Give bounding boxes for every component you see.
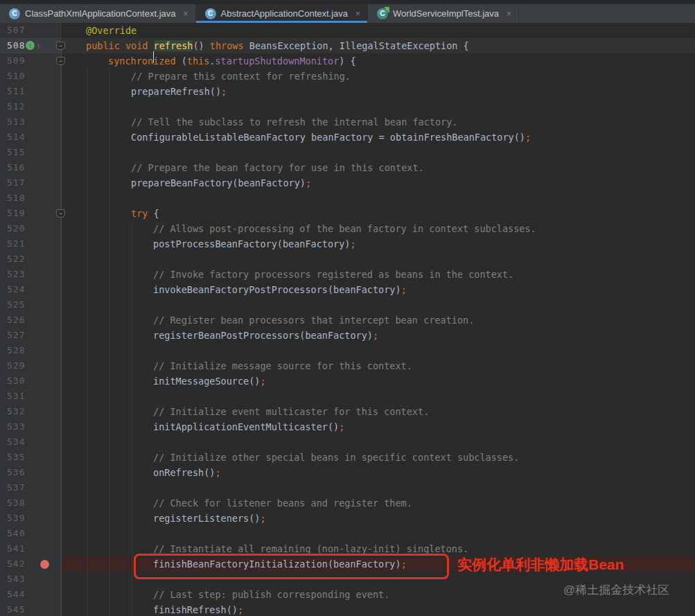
code-line-521: 521postProcessBeanFactory(beanFactory); [0, 236, 695, 252]
gutter-line-512[interactable]: 512 [0, 99, 61, 114]
code-text[interactable] [61, 434, 695, 450]
code-text[interactable] [61, 99, 695, 114]
gutter-line-528[interactable]: 528 [0, 343, 61, 358]
gutter-line-542[interactable]: 542 [0, 556, 61, 572]
code-text[interactable]: prepareBeanFactory(beanFactory); [61, 175, 695, 191]
code-text[interactable]: −synchronized (this.startupShutdownMonit… [61, 53, 695, 69]
fold-collapse-icon[interactable]: − [56, 209, 65, 218]
gutter-line-545[interactable]: 545 [0, 602, 61, 616]
gutter-line-531[interactable]: 531 [0, 389, 61, 404]
gutter-line-536[interactable]: 536 [0, 465, 61, 480]
gutter-line-519[interactable]: 519 [0, 206, 61, 221]
gutter-line-527[interactable]: 527 [0, 328, 61, 343]
close-tab-icon[interactable]: × [184, 10, 188, 18]
overrides-method-icon[interactable]: ↑ [26, 41, 35, 50]
code-text[interactable]: // Initialize message source for this co… [61, 358, 695, 373]
gutter-line-507[interactable]: 507 [0, 23, 61, 38]
code-token: invokeBeanFactoryPostProcessors(beanFact… [153, 284, 401, 295]
code-text[interactable]: finishRefresh(); [61, 602, 695, 616]
editor-tab-1[interactable]: CClassPathXmlApplicationContext.java× [0, 4, 196, 23]
gutter-line-530[interactable]: 530 [0, 373, 61, 389]
code-text[interactable]: onRefresh(); [61, 465, 695, 480]
code-text[interactable]: initApplicationEventMulticaster(); [61, 419, 695, 434]
code-text[interactable]: // Prepare this context for refreshing. [61, 69, 695, 84]
code-text[interactable]: ConfigurableListableBeanFactory beanFact… [61, 130, 695, 145]
code-text[interactable]: // Tell the subclass to refresh the inte… [61, 114, 695, 130]
code-text[interactable] [61, 526, 695, 541]
code-text[interactable] [61, 480, 695, 495]
gutter-line-526[interactable]: 526 [0, 313, 61, 328]
gutter-line-535[interactable]: 535 [0, 450, 61, 465]
code-token: // Initialize other special beans in spe… [153, 452, 519, 463]
gutter-line-515[interactable]: 515 [0, 145, 61, 160]
code-text[interactable]: −try { [61, 206, 695, 221]
code-text[interactable]: // Invoke factory processors registered … [61, 267, 695, 282]
gutter-line-514[interactable]: 514 [0, 130, 61, 145]
gutter-line-508[interactable]: 508↑↑ [0, 38, 61, 53]
code-text[interactable]: postProcessBeanFactory(beanFactory); [61, 236, 695, 252]
gutter-line-517[interactable]: 517 [0, 175, 61, 191]
annotation-note-text: 实例化单利非懒加载Bean [457, 556, 624, 574]
code-text[interactable]: invokeBeanFactoryPostProcessors(beanFact… [61, 282, 695, 297]
gutter-line-539[interactable]: 539 [0, 511, 61, 526]
code-text[interactable] [61, 252, 695, 267]
code-text[interactable] [61, 389, 695, 404]
code-token: synchronized [108, 55, 182, 67]
editor-tab-3[interactable]: CWorldServiceImplTest.java× [368, 4, 519, 23]
gutter-line-537[interactable]: 537 [0, 480, 61, 495]
close-tab-icon[interactable]: × [355, 10, 360, 18]
code-text[interactable]: // Initialize other special beans in spe… [61, 450, 695, 465]
fold-collapse-icon[interactable]: − [56, 42, 65, 50]
code-text[interactable]: @Override [61, 23, 695, 38]
gutter-line-540[interactable]: 540 [0, 526, 61, 541]
code-text[interactable]: // Initialize event multicaster for this… [61, 404, 695, 419]
code-text[interactable] [61, 297, 695, 313]
navigate-super-icon[interactable]: ↑ [36, 39, 41, 51]
code-editor: 507@Override508↑↑−public void refresh() … [0, 23, 695, 616]
code-line-535: 535// Initialize other special beans in … [0, 450, 695, 465]
gutter-line-524[interactable]: 524 [0, 282, 61, 297]
gutter-line-522[interactable]: 522 [0, 252, 61, 267]
gutter-line-523[interactable]: 523 [0, 267, 61, 282]
gutter-line-541[interactable]: 541 [0, 541, 61, 556]
gutter-line-529[interactable]: 529 [0, 358, 61, 373]
code-text[interactable]: −public void refresh() throws BeansExcep… [61, 38, 695, 53]
gutter-line-511[interactable]: 511 [0, 84, 61, 99]
code-text[interactable]: // Prepare the bean factory for use in t… [61, 160, 695, 175]
code-text[interactable]: // Check for listener beans and register… [61, 495, 695, 511]
code-line-510: 510// Prepare this context for refreshin… [0, 69, 695, 84]
gutter-line-510[interactable]: 510 [0, 69, 61, 84]
close-tab-icon[interactable]: × [507, 10, 511, 18]
breakpoint-icon[interactable] [40, 560, 49, 569]
code-token: // Check for listener beans and register… [153, 498, 412, 509]
gutter-line-543[interactable]: 543 [0, 572, 61, 587]
gutter-line-538[interactable]: 538 [0, 495, 61, 511]
gutter-line-544[interactable]: 544 [0, 587, 61, 602]
gutter-line-533[interactable]: 533 [0, 419, 61, 434]
gutter-line-521[interactable]: 521 [0, 236, 61, 252]
code-text[interactable] [61, 343, 695, 358]
code-text[interactable]: // Allows post-processing of the bean fa… [61, 221, 695, 236]
code-text[interactable] [61, 191, 695, 206]
code-text[interactable]: registerBeanPostProcessors(beanFactory); [61, 328, 695, 343]
code-text[interactable]: initMessageSource(); [61, 373, 695, 389]
code-text[interactable]: prepareRefresh(); [61, 84, 695, 99]
gutter-line-513[interactable]: 513 [0, 114, 61, 130]
code-text[interactable] [61, 145, 695, 160]
fold-collapse-icon[interactable]: − [56, 57, 65, 65]
gutter-line-532[interactable]: 532 [0, 404, 61, 419]
gutter-line-534[interactable]: 534 [0, 434, 61, 450]
line-number: 513 [7, 114, 25, 130]
indent-guide [109, 69, 109, 616]
gutter-line-525[interactable]: 525 [0, 297, 61, 313]
line-number: 512 [7, 99, 25, 114]
code-text[interactable]: // Register bean processors that interce… [61, 313, 695, 328]
gutter-line-516[interactable]: 516 [0, 160, 61, 175]
gutter-line-509[interactable]: 509 [0, 53, 61, 69]
code-line-514: 514ConfigurableListableBeanFactory beanF… [0, 130, 695, 145]
code-token: ; [525, 132, 531, 143]
code-text[interactable]: registerListeners(); [61, 511, 695, 526]
gutter-line-518[interactable]: 518 [0, 191, 61, 206]
gutter-line-520[interactable]: 520 [0, 221, 61, 236]
editor-tab-2[interactable]: CAbstractApplicationContext.java× [196, 4, 369, 23]
